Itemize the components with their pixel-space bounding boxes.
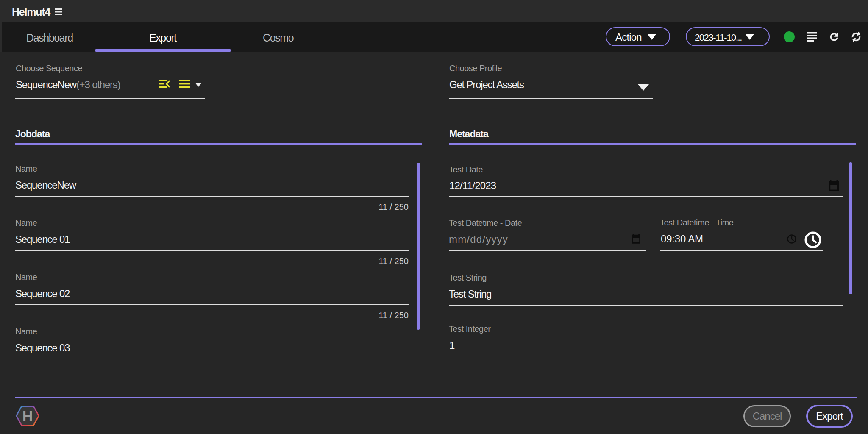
svg-text:H: H xyxy=(22,408,33,424)
